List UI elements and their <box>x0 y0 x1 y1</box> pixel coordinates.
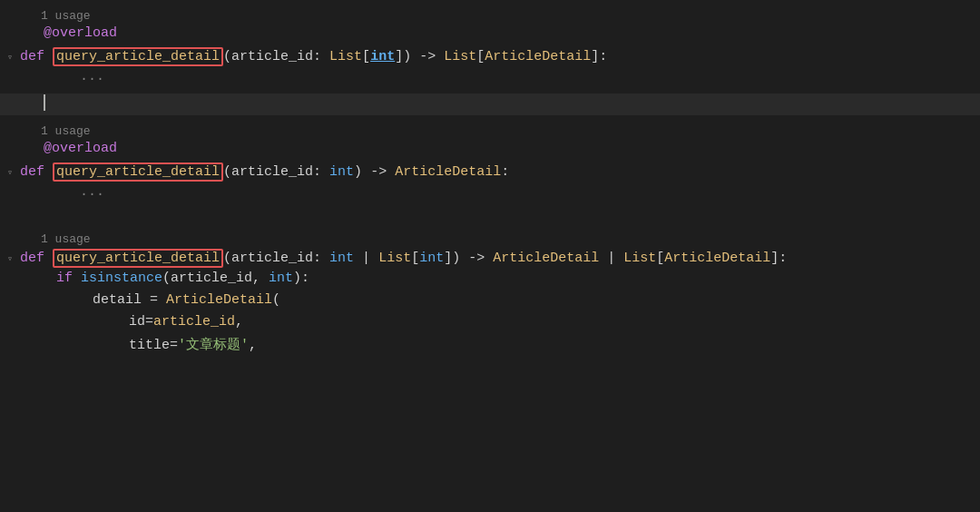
body-line-2: ... <box>0 183 980 205</box>
def-line-3: ▿ def query_article_detail (article_id: … <box>0 248 980 270</box>
cursor-line <box>0 94 980 115</box>
fold-icon-1[interactable]: ▿ <box>7 52 18 63</box>
func-name-highlighted-3: query_article_detail <box>53 249 223 268</box>
usage-label-2: 1 usage <box>0 119 980 140</box>
ellipsis-1: ... <box>80 69 104 84</box>
if-line: ▿ if isinstance(article_id, int): <box>0 270 980 291</box>
id-line: id=article_id, <box>0 313 980 335</box>
fold-icon-3[interactable]: ▿ <box>7 253 18 264</box>
detail-assign-line: detail = ArticleDetail( <box>0 291 980 313</box>
decorator-line-1: @overload <box>0 25 980 46</box>
func-name-highlighted-2: query_article_detail <box>53 162 223 182</box>
fold-icon-2[interactable]: ▿ <box>7 167 18 178</box>
def-line-2: ▿ def query_article_detail (article_id: … <box>0 162 980 183</box>
decorator-line-2: @overload <box>0 140 980 162</box>
code-block-3: 1 usage ▿ def query_article_detail (arti… <box>0 223 980 360</box>
decorator-text-1: @overload <box>44 25 117 41</box>
title-line: title='文章标题', <box>0 335 980 357</box>
body-line-1: ... <box>0 68 980 90</box>
cursor <box>44 94 45 111</box>
def-keyword-3: def <box>20 251 53 266</box>
usage-label-3: 1 usage <box>0 227 980 248</box>
code-block-1: 1 usage @overload ▿ def query_article_de… <box>0 0 980 94</box>
func-name-highlighted-1: query_article_detail <box>53 47 223 66</box>
code-block-2: 1 usage @overload ▿ def query_article_de… <box>0 115 980 209</box>
ellipsis-2: ... <box>80 184 104 200</box>
def-keyword-1: def <box>20 49 53 64</box>
def-line-1: ▿ def query_article_detail (article_id: … <box>0 46 980 68</box>
params-1: ( <box>223 49 231 64</box>
usage-label-1: 1 usage <box>0 4 980 25</box>
def-keyword-2: def <box>20 164 53 180</box>
code-editor: 1 usage @overload ▿ def query_article_de… <box>0 0 980 512</box>
decorator-text-2: @overload <box>44 141 117 156</box>
